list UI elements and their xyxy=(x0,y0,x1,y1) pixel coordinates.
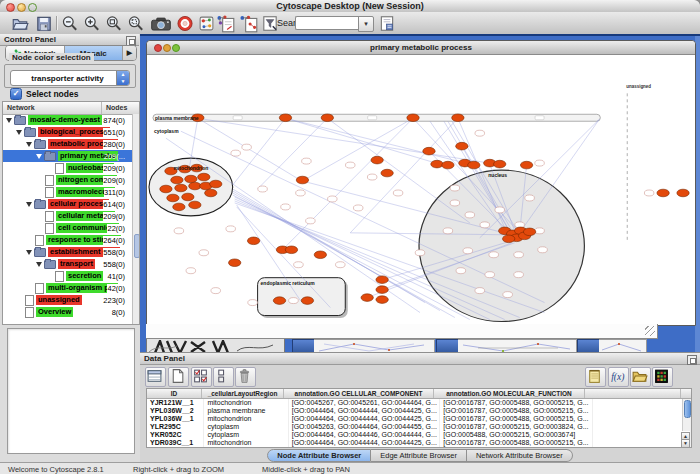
network-node[interactable] xyxy=(281,204,291,210)
zoom-window-button[interactable] xyxy=(28,3,37,12)
network-node[interactable] xyxy=(535,160,545,166)
table-row[interactable]: YJR121W__1mitochondrion[GO:0045267, GO:0… xyxy=(147,399,691,407)
network-node-selected[interactable] xyxy=(423,147,435,155)
table-column-header[interactable] xyxy=(585,389,681,398)
tree-expander-icon[interactable] xyxy=(6,118,12,123)
network-node-selected[interactable] xyxy=(279,114,291,122)
tree-expander-icon[interactable] xyxy=(26,250,32,255)
network-node[interactable] xyxy=(415,250,425,256)
table-scrollbar[interactable] xyxy=(682,399,690,431)
network-node-selected[interactable] xyxy=(371,156,383,164)
table-scrollbar-thumb[interactable] xyxy=(684,400,691,418)
network-node[interactable] xyxy=(475,130,485,136)
table-row[interactable]: YDR039C__1mitochondrion[GO:0044464, GO:0… xyxy=(147,439,691,447)
network-node-selected[interactable] xyxy=(381,169,393,177)
network-tree-item[interactable]: cell communicat22(0) xyxy=(3,222,132,234)
tree-expander-icon[interactable] xyxy=(36,154,42,159)
import-attributes-button[interactable] xyxy=(630,367,651,387)
network-node-selected[interactable] xyxy=(468,161,480,169)
advanced-search-button[interactable] xyxy=(378,15,396,32)
network-node[interactable] xyxy=(450,185,460,191)
network-tree-item[interactable]: macromolecule311(0) xyxy=(3,186,132,198)
attribute-matrix-button[interactable] xyxy=(652,367,673,387)
network-tree-item[interactable]: mosaic-demo-yeast874(0) xyxy=(3,114,132,126)
network-node[interactable] xyxy=(302,158,312,164)
network-node-selected[interactable] xyxy=(175,184,187,192)
minimize-button[interactable] xyxy=(17,3,26,12)
network-node[interactable] xyxy=(465,212,475,218)
network-node[interactable] xyxy=(514,272,524,278)
compartment-nucleus[interactable] xyxy=(419,170,584,321)
network-node[interactable] xyxy=(242,144,252,150)
new-attribute-button[interactable] xyxy=(168,367,189,387)
unselect-attributes-button[interactable] xyxy=(213,367,234,387)
network-node-selected[interactable] xyxy=(173,203,185,211)
network-node-selected[interactable] xyxy=(185,175,197,183)
search-dropdown-button[interactable]: ▾ xyxy=(358,16,374,32)
table-row[interactable]: YLR295Ccytoplasm[GO:0045263, GO:0044464,… xyxy=(147,423,691,431)
zoom-out-button[interactable] xyxy=(61,15,79,32)
network-window-titlebar[interactable]: primary metabolic process xyxy=(147,41,695,55)
network-node-selected[interactable] xyxy=(273,297,285,305)
table-row[interactable]: YPL036W__1mitochondrion[GO:0044464, GO:0… xyxy=(147,415,691,423)
select-nodes-checkbox[interactable]: ✓ xyxy=(10,88,22,100)
network-tree-item[interactable]: primary metabo209(... xyxy=(3,150,132,162)
network-node[interactable] xyxy=(535,228,545,234)
network-node-selected[interactable] xyxy=(285,246,297,254)
network-node-selected[interactable] xyxy=(171,176,183,184)
network-node-selected[interactable] xyxy=(376,296,388,304)
plugin-network-a-button[interactable] xyxy=(216,15,236,32)
network-node-selected[interactable] xyxy=(301,297,313,305)
network-node[interactable] xyxy=(525,195,535,201)
network-node[interactable] xyxy=(367,174,377,180)
network-node[interactable] xyxy=(231,150,241,156)
network-node-selected[interactable] xyxy=(452,114,464,122)
scroll-down-button[interactable]: ▼ xyxy=(681,439,690,448)
network-tree-item[interactable]: cellular metabo209(0) xyxy=(3,210,132,222)
function-builder-button[interactable]: f(x) xyxy=(608,367,629,387)
snapshot-button[interactable] xyxy=(150,15,172,32)
network-node-selected[interactable] xyxy=(520,161,532,169)
network-node[interactable] xyxy=(226,226,236,232)
nodes-column-header[interactable]: Nodes xyxy=(102,102,127,114)
notepad-button[interactable] xyxy=(585,367,606,387)
table-row[interactable]: YKR052Ccytoplasm[GO:0044464, GO:0044446,… xyxy=(147,431,691,439)
tree-scrollbar[interactable] xyxy=(132,114,139,324)
network-tree-item[interactable]: multi-organism pro42(0) xyxy=(3,282,132,294)
network-canvas[interactable]: plasma membrane cytoplasm mitochondrion … xyxy=(147,54,693,324)
select-attributes-button[interactable] xyxy=(191,367,212,387)
tree-expander-icon[interactable] xyxy=(26,202,32,207)
network-node[interactable] xyxy=(211,288,221,294)
resize-grip-icon[interactable] xyxy=(645,326,655,336)
network-node[interactable] xyxy=(336,262,346,268)
network-node-selected[interactable] xyxy=(296,176,308,184)
network-node-selected[interactable] xyxy=(160,185,172,193)
network-node[interactable] xyxy=(538,247,548,253)
network-node[interactable] xyxy=(450,200,460,206)
network-node-selected[interactable] xyxy=(205,189,217,197)
network-node-selected[interactable] xyxy=(229,259,241,267)
net-close-button[interactable] xyxy=(154,44,162,52)
attribute-table-button[interactable] xyxy=(145,367,166,387)
network-node[interactable] xyxy=(353,205,363,211)
attribute-browser-tab[interactable]: Edge Attribute Browser xyxy=(371,449,467,462)
network-node-selected[interactable] xyxy=(189,201,201,209)
network-node[interactable] xyxy=(345,162,355,168)
open-button[interactable] xyxy=(11,15,29,32)
plugin-network-b-button[interactable] xyxy=(239,15,259,32)
network-node-selected[interactable] xyxy=(523,228,535,236)
node-color-dropdown[interactable]: transporter activity ▲▼ xyxy=(10,70,130,86)
network-tree-item[interactable]: response to stimulu264(0) xyxy=(3,234,132,246)
network-node[interactable] xyxy=(289,298,299,304)
network-node-selected[interactable] xyxy=(376,276,388,284)
network-tree-item[interactable]: Overview8(0) xyxy=(3,306,132,318)
network-node[interactable] xyxy=(328,196,338,202)
network-node-selected[interactable] xyxy=(167,194,179,202)
help-button[interactable] xyxy=(176,15,194,32)
net-zoom-button[interactable] xyxy=(172,44,180,52)
tree-expander-icon[interactable] xyxy=(26,142,32,147)
network-node[interactable] xyxy=(475,288,485,294)
network-node[interactable] xyxy=(186,268,196,274)
attribute-browser-tab[interactable]: Network Attribute Browser xyxy=(467,449,573,462)
table-column-header[interactable]: annotation.GO CELLULAR_COMPONENT xyxy=(284,389,434,398)
